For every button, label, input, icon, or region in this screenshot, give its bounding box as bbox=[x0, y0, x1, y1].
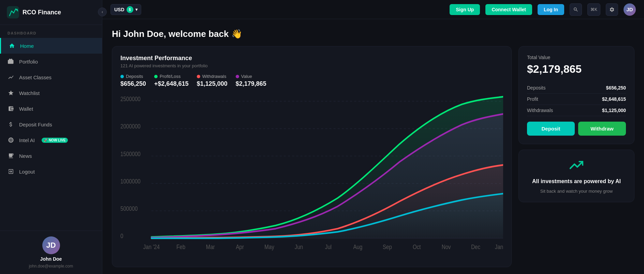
chart-legend: Deposits $656,250 Profit/Loss +$2,648,61… bbox=[120, 74, 503, 87]
page-title: Hi John Doe, welcome back 👋 bbox=[112, 29, 634, 39]
ai-card-subtitle: Sit back and watch your money grow bbox=[540, 189, 613, 194]
deposit-button[interactable]: Deposit bbox=[527, 122, 575, 136]
right-panel: Total Value $2,179,865 Deposits $656,250… bbox=[518, 46, 634, 267]
withdraw-button[interactable]: Withdraw bbox=[578, 122, 626, 136]
news-icon bbox=[8, 152, 14, 159]
svg-text:Aug: Aug bbox=[353, 244, 362, 251]
portfolio-icon bbox=[8, 58, 14, 65]
svg-text:Feb: Feb bbox=[176, 244, 185, 251]
sidebar-item-logout[interactable]: Logout bbox=[0, 164, 102, 179]
svg-text:1500000: 1500000 bbox=[120, 150, 141, 157]
svg-text:2500000: 2500000 bbox=[120, 96, 141, 103]
intel-ai-badge: 🚀 NOW LIVE bbox=[42, 138, 68, 143]
total-value-amount: $2,179,865 bbox=[527, 63, 626, 76]
user-email: john.doe@example.com bbox=[29, 264, 73, 269]
profit-stat-row: Profit $2,648,615 bbox=[527, 94, 626, 105]
svg-text:Oct: Oct bbox=[413, 244, 421, 251]
sidebar-item-watchlist[interactable]: Watchlist bbox=[0, 85, 102, 101]
sidebar-logo: RCO Finance bbox=[0, 0, 102, 25]
svg-text:2000000: 2000000 bbox=[120, 123, 141, 130]
search-button[interactable] bbox=[570, 3, 582, 16]
sidebar-nav: DASHBOARD Home Portfolio Asset Classes W… bbox=[0, 25, 102, 231]
currency-label: USD bbox=[114, 7, 125, 12]
sidebar-label-home: Home bbox=[20, 43, 34, 49]
chart-subtitle: 121 AI powered investments in your portf… bbox=[120, 63, 503, 68]
currency-selector[interactable]: USD $ ▾ bbox=[111, 4, 141, 15]
ai-promo-card: All investments are powered by AI Sit ba… bbox=[518, 150, 634, 202]
value-label: Value bbox=[241, 74, 252, 79]
settings-icon bbox=[609, 7, 615, 12]
sidebar: RCO Finance ‹ DASHBOARD Home Portfolio A… bbox=[0, 0, 102, 274]
legend-deposits: Deposits $656,250 bbox=[120, 74, 146, 87]
profit-loss-value: +$2,648,615 bbox=[154, 80, 189, 87]
sidebar-label-logout: Logout bbox=[19, 169, 35, 175]
signup-button[interactable]: Sign Up bbox=[450, 4, 480, 15]
profit-stat-label: Profit bbox=[527, 96, 538, 102]
action-buttons: Deposit Withdraw bbox=[527, 122, 626, 136]
sidebar-item-wallet[interactable]: Wallet bbox=[0, 101, 102, 117]
chevron-down-icon: ▾ bbox=[135, 7, 137, 12]
search-icon bbox=[573, 7, 579, 12]
svg-text:Jun: Jun bbox=[295, 244, 303, 251]
sidebar-item-news[interactable]: News bbox=[0, 148, 102, 164]
connect-wallet-button[interactable]: Connect Wallet bbox=[485, 4, 532, 15]
main-content: USD $ ▾ Sign Up Connect Wallet Log In ⌘K… bbox=[102, 0, 644, 274]
keyboard-shortcut-label: ⌘K bbox=[590, 7, 597, 12]
withdrawals-dot bbox=[197, 75, 200, 78]
sidebar-label-watchlist: Watchlist bbox=[19, 90, 40, 96]
deposits-dot bbox=[120, 75, 124, 78]
watchlist-icon bbox=[8, 90, 14, 96]
sidebar-item-intel-ai[interactable]: Intel AI 🚀 NOW LIVE bbox=[0, 132, 102, 148]
wallet-icon bbox=[8, 105, 14, 112]
user-name: John Doe bbox=[40, 256, 62, 262]
sidebar-label-deposit-funds: Deposit Funds bbox=[19, 122, 52, 127]
withdrawals-stat-value: $1,125,000 bbox=[602, 108, 626, 113]
legend-value: Value $2,179,865 bbox=[236, 74, 266, 87]
logo-icon bbox=[7, 6, 19, 18]
total-value-label: Total Value bbox=[527, 55, 626, 60]
deposits-stat-value: $656,250 bbox=[606, 85, 626, 91]
sidebar-item-home[interactable]: Home bbox=[0, 38, 102, 54]
login-button[interactable]: Log In bbox=[538, 4, 564, 15]
withdrawals-stat-label: Withdrawals bbox=[527, 108, 553, 113]
sidebar-label-news: News bbox=[19, 153, 32, 159]
trending-up-icon bbox=[570, 158, 583, 174]
header-avatar[interactable]: JD bbox=[624, 3, 636, 16]
asset-classes-icon bbox=[8, 74, 14, 81]
svg-text:500000: 500000 bbox=[120, 205, 138, 213]
sidebar-section-label: DASHBOARD bbox=[0, 25, 102, 38]
investment-chart-svg: 0 500000 1000000 1500000 2000000 2500000 bbox=[120, 93, 503, 259]
svg-text:1000000: 1000000 bbox=[120, 178, 141, 185]
svg-text:Jan '25: Jan '25 bbox=[495, 244, 503, 251]
chart-title: Investment Performance bbox=[120, 55, 503, 62]
sidebar-collapse-btn[interactable]: ‹ bbox=[98, 8, 107, 16]
content-area: Hi John Doe, welcome back 👋 Investment P… bbox=[102, 19, 644, 274]
avatar: JD bbox=[42, 236, 60, 254]
value-amount: $2,179,865 bbox=[236, 80, 266, 87]
logout-icon bbox=[8, 168, 14, 175]
sidebar-label-asset-classes: Asset Classes bbox=[19, 74, 52, 80]
keyboard-shortcut-btn[interactable]: ⌘K bbox=[587, 3, 600, 16]
chart-header: Investment Performance 121 AI powered in… bbox=[120, 55, 503, 68]
legend-profit-loss: Profit/Loss +$2,648,615 bbox=[154, 74, 189, 87]
sidebar-item-asset-classes[interactable]: Asset Classes bbox=[0, 69, 102, 85]
main-grid: Investment Performance 121 AI powered in… bbox=[112, 46, 634, 267]
deposit-funds-icon bbox=[8, 121, 14, 128]
home-icon bbox=[9, 42, 15, 49]
deposits-stat-label: Deposits bbox=[527, 85, 545, 91]
header: USD $ ▾ Sign Up Connect Wallet Log In ⌘K… bbox=[102, 0, 644, 19]
sidebar-user: JD John Doe john.doe@example.com bbox=[0, 231, 102, 274]
sidebar-item-deposit-funds[interactable]: Deposit Funds bbox=[0, 117, 102, 132]
withdrawals-stat-row: Withdrawals $1,125,000 bbox=[527, 105, 626, 116]
total-value-card: Total Value $2,179,865 Deposits $656,250… bbox=[518, 46, 634, 144]
ai-card-title: All investments are powered by AI bbox=[532, 178, 621, 184]
profit-stat-value: $2,648,615 bbox=[602, 96, 626, 102]
sidebar-item-portfolio[interactable]: Portfolio bbox=[0, 54, 102, 69]
sidebar-label-intel-ai: Intel AI bbox=[19, 137, 35, 143]
svg-text:Jul: Jul bbox=[325, 244, 332, 251]
settings-button[interactable] bbox=[606, 3, 618, 16]
withdrawals-value: $1,125,000 bbox=[197, 80, 228, 87]
value-dot bbox=[236, 75, 239, 78]
profit-loss-dot bbox=[154, 75, 158, 78]
svg-text:Sep: Sep bbox=[383, 244, 392, 251]
